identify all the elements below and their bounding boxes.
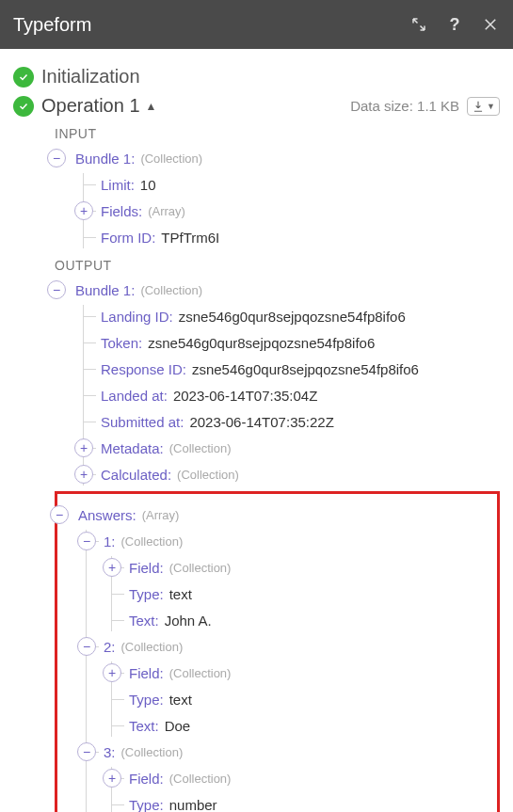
field-key: Submitted at bbox=[101, 414, 184, 430]
field-key: Type bbox=[129, 692, 164, 708]
input-bundle-1: − Bundle 1 (Collection) Limit 10 + bbox=[56, 147, 500, 248]
collapse-icon[interactable]: − bbox=[77, 637, 96, 656]
input-heading: INPUT bbox=[55, 126, 500, 141]
response-id-row: Response ID zsne546g0qur8sejpqozsne54fp8… bbox=[84, 358, 500, 380]
type-annotation: (Array) bbox=[148, 204, 185, 218]
step-initialization[interactable]: Initialization bbox=[13, 66, 500, 88]
step-operation-1[interactable]: Operation 1 ▲ Data size: 1.1 KB ▼ bbox=[13, 95, 500, 117]
field-value: 2023-06-14T07:35:22Z bbox=[189, 414, 333, 430]
field-key: Fields bbox=[101, 203, 142, 219]
expand-icon[interactable] bbox=[409, 15, 428, 34]
step-label: Initialization bbox=[41, 66, 140, 88]
field-key: Text bbox=[129, 613, 159, 629]
field-key: Field bbox=[129, 771, 164, 787]
field-key: Type bbox=[129, 586, 164, 602]
fields-row: + Fields (Array) bbox=[84, 199, 500, 222]
field-value: TPfTrm6I bbox=[161, 230, 219, 246]
field-key: Answers bbox=[78, 507, 136, 523]
type-annotation: (Array) bbox=[142, 508, 180, 522]
answer-field: +Field(Collection) bbox=[112, 767, 489, 789]
input-section: INPUT − Bundle 1 (Collection) Limit 10 bbox=[41, 126, 500, 486]
answer-type: Typetext bbox=[112, 582, 489, 605]
field-key: Field bbox=[129, 560, 164, 576]
data-size: Data size: 1.1 KB bbox=[350, 98, 459, 114]
landing-id-row: Landing ID zsne546g0qur8sejpqozsne54fp8i… bbox=[84, 305, 500, 327]
limit-row: Limit 10 bbox=[84, 173, 500, 196]
expand-icon[interactable]: + bbox=[103, 769, 121, 788]
submitted-at-row: Submitted at 2023-06-14T07:35:22Z bbox=[84, 410, 500, 433]
window-title: Typeform bbox=[13, 14, 409, 36]
help-icon[interactable]: ? bbox=[445, 15, 464, 34]
type-annotation: (Collection) bbox=[121, 640, 184, 654]
field-key: Metadata bbox=[101, 440, 164, 456]
metadata-row: + Metadata (Collection) bbox=[84, 437, 500, 459]
collapse-icon[interactable]: − bbox=[50, 505, 69, 524]
field-key: Type bbox=[129, 797, 164, 813]
landed-at-row: Landed at 2023-06-14T07:35:04Z bbox=[84, 384, 500, 406]
expand-icon[interactable]: + bbox=[103, 558, 121, 577]
close-icon[interactable] bbox=[481, 15, 500, 34]
answer-value: TextDoe bbox=[112, 714, 489, 737]
field-value: number bbox=[169, 797, 217, 813]
expand-icon[interactable]: + bbox=[74, 201, 93, 220]
field-value: 2023-06-14T07:35:04Z bbox=[173, 388, 317, 404]
download-button[interactable]: ▼ bbox=[467, 97, 500, 116]
expand-icon[interactable]: + bbox=[103, 663, 121, 682]
field-value: Doe bbox=[165, 718, 191, 734]
field-key: Landed at bbox=[101, 388, 168, 404]
field-key: Landing ID bbox=[101, 309, 173, 325]
field-value: zsne546g0qur8sejpqozsne54fp8ifo6 bbox=[179, 309, 406, 325]
bundle-label: Bundle 1 bbox=[75, 282, 135, 298]
answer-field: +Field(Collection) bbox=[112, 556, 489, 579]
calculated-row: + Calculated (Collection) bbox=[84, 463, 500, 486]
type-annotation: (Collection) bbox=[121, 745, 184, 759]
field-key: Calculated bbox=[101, 467, 171, 483]
answer-index: 3 bbox=[104, 744, 116, 760]
collapse-icon[interactable]: − bbox=[47, 149, 66, 167]
field-key: Limit bbox=[101, 177, 135, 193]
field-value: 10 bbox=[140, 177, 156, 193]
answers-row: − Answers (Array) −1(Collection)+Field(C… bbox=[59, 503, 489, 812]
type-annotation: (Collection) bbox=[169, 772, 232, 786]
chevron-down-icon: ▼ bbox=[487, 102, 495, 111]
field-key: Token bbox=[101, 335, 142, 351]
field-key: Form ID bbox=[101, 230, 155, 246]
answer-item: −2(Collection)+Field(Collection)Typetext… bbox=[87, 635, 489, 737]
answer-value: TextJohn A. bbox=[112, 609, 489, 631]
field-value: zsne546g0qur8sejpqozsne54fp8ifo6 bbox=[148, 335, 375, 351]
answer-type: Typenumber bbox=[112, 793, 489, 812]
check-icon bbox=[13, 96, 34, 117]
header-icons: ? bbox=[409, 15, 500, 34]
collapse-icon[interactable]: − bbox=[47, 280, 66, 299]
type-annotation: (Collection) bbox=[177, 468, 239, 482]
type-annotation: (Collection) bbox=[169, 441, 232, 455]
type-annotation: (Collection) bbox=[169, 561, 232, 575]
field-value: zsne546g0qur8sejpqozsne54fp8ifo6 bbox=[192, 361, 419, 377]
output-bundle-1: − Bundle 1 (Collection) Landing ID zsne5… bbox=[56, 279, 500, 486]
type-annotation: (Collection) bbox=[169, 666, 232, 680]
collapse-icon[interactable]: − bbox=[77, 742, 96, 761]
answer-index: 2 bbox=[104, 639, 116, 655]
field-key: Field bbox=[129, 665, 164, 681]
answer-item: −1(Collection)+Field(Collection)Typetext… bbox=[87, 530, 489, 631]
step-label: Operation 1 bbox=[41, 95, 140, 117]
content: Initialization Operation 1 ▲ Data size: … bbox=[0, 49, 513, 812]
output-heading: OUTPUT bbox=[55, 258, 500, 273]
bundle-label: Bundle 1 bbox=[75, 151, 135, 167]
form-id-row: Form ID TPfTrm6I bbox=[84, 226, 500, 248]
answer-index: 1 bbox=[104, 533, 116, 549]
check-icon bbox=[13, 67, 34, 88]
field-value: text bbox=[169, 586, 192, 602]
window-header: Typeform ? bbox=[0, 0, 513, 49]
answer-item: −3(Collection)+Field(Collection)Typenumb… bbox=[87, 740, 489, 812]
type-annotation: (Collection) bbox=[140, 283, 202, 297]
expand-icon[interactable]: + bbox=[74, 438, 93, 457]
field-key: Text bbox=[129, 718, 159, 734]
field-key: Response ID bbox=[101, 361, 186, 377]
collapse-icon[interactable]: − bbox=[77, 532, 96, 550]
answer-type: Typetext bbox=[112, 688, 489, 710]
type-annotation: (Collection) bbox=[121, 534, 184, 549]
type-annotation: (Collection) bbox=[140, 151, 202, 166]
expand-icon[interactable]: + bbox=[74, 465, 93, 484]
answer-field: +Field(Collection) bbox=[112, 661, 489, 684]
